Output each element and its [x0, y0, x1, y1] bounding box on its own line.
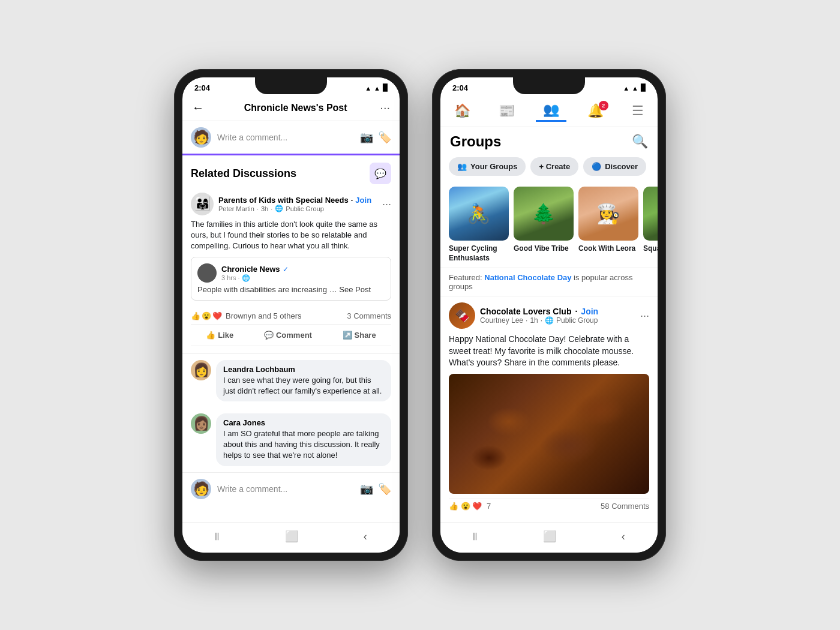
- nav-back-icon[interactable]: ‹: [364, 530, 367, 543]
- choc-time: 1h: [530, 316, 538, 325]
- featured-bar: Featured: National Chocolate Day is popu…: [440, 268, 658, 296]
- nav-home[interactable]: 🏠: [447, 101, 478, 121]
- nav-lines-icon[interactable]: ⦀: [215, 530, 220, 543]
- related-title: Related Discussions: [191, 167, 296, 180]
- quoted-post[interactable]: Chronicle News ✓ 3 hrs · 🌐 People with: [191, 257, 391, 301]
- nav-lines-icon-2[interactable]: ⦀: [473, 530, 478, 543]
- chocolate-post: 🍫 Chocolate Lovers Club · Join Courtney …: [440, 296, 658, 519]
- signal-icon-2: ▲: [632, 85, 638, 92]
- like-button[interactable]: 👍 Like: [199, 327, 241, 343]
- messenger-icon: 💬: [374, 168, 386, 179]
- bottom-sticker-icon[interactable]: 🏷️: [378, 482, 391, 496]
- groups-page-title: Groups: [450, 133, 501, 150]
- choc-post-more[interactable]: ···: [640, 310, 649, 322]
- quoted-avatar: [197, 263, 217, 283]
- join-link[interactable]: Join: [355, 196, 371, 205]
- reaction-emojis: 👍 😮 ❤️ Brownyn and 5 others: [191, 311, 301, 320]
- nav-home-icon-2[interactable]: ⬜: [543, 530, 556, 543]
- nav-bar-1: ⦀ ⬜ ‹: [182, 522, 400, 553]
- group-name[interactable]: Parents of Kids with Special Needs: [218, 196, 349, 205]
- cook-group-img: [578, 187, 638, 241]
- battery-icon: ▉: [383, 84, 388, 92]
- post-more-button[interactable]: ···: [382, 198, 391, 211]
- commenter-name-2: Cara Jones: [223, 418, 384, 427]
- choc-privacy: Public Group: [556, 316, 598, 325]
- post-author: Peter Martin: [218, 205, 254, 212]
- comment-button[interactable]: 💬 Comment: [257, 327, 319, 343]
- time-2: 2:04: [452, 83, 468, 92]
- bottom-input-icons: 📷 🏷️: [360, 482, 391, 496]
- quoted-time-row: 3 hrs · 🌐: [221, 274, 289, 282]
- pages-icon: 📰: [499, 103, 515, 119]
- nav-notifications[interactable]: 🔔 2: [580, 101, 611, 121]
- privacy-icon: 🌐: [275, 205, 283, 212]
- bottom-comment-input[interactable]: Write a comment...: [217, 484, 354, 494]
- featured-link[interactable]: National Chocolate Day: [484, 273, 571, 282]
- group-card-tribe[interactable]: Good Vibe Tribe: [514, 187, 574, 263]
- tab-your-groups[interactable]: 👥 Your Groups: [449, 157, 526, 176]
- choc-author: Courtney Lee: [480, 316, 523, 325]
- nav-home-icon[interactable]: ⬜: [285, 530, 298, 543]
- sticker-icon[interactable]: 🏷️: [378, 131, 391, 144]
- choc-post-header: 🍫 Chocolate Lovers Club · Join Courtney …: [449, 302, 649, 329]
- commenter-name-1: Leandra Lochbaum: [223, 365, 384, 374]
- reaction-count: Brownyn and 5 others: [226, 311, 301, 320]
- choc-group-name[interactable]: Chocolate Lovers Club: [480, 307, 571, 316]
- camera-icon[interactable]: 📷: [360, 131, 373, 144]
- choc-group-name-row: Chocolate Lovers Club · Join: [480, 307, 635, 316]
- share-button[interactable]: ↗️ Share: [335, 327, 383, 343]
- top-comment-input[interactable]: Write a comment...: [217, 133, 354, 142]
- phone-2: 2:04 ▲ ▲ ▉ 🏠 📰 👥 🔔 2 ☰: [432, 69, 666, 561]
- group-card-squash[interactable]: Squa... Garde...: [643, 187, 658, 263]
- nav-bar-2: ⦀ ⬜ ‹: [440, 522, 658, 553]
- squash-group-img: [643, 187, 658, 241]
- nav-menu[interactable]: ☰: [625, 101, 651, 121]
- comment-text-2: I am SO grateful that more people are ta…: [223, 428, 384, 461]
- signal-icon: ▲: [374, 85, 380, 92]
- choc-reaction-count: 7: [487, 502, 491, 511]
- choc-reactions-row: 👍 😮 ❤️ 7 58 Comments: [449, 499, 649, 513]
- more-button[interactable]: ···: [380, 101, 390, 115]
- comment-icon: 💬: [264, 331, 274, 340]
- group-post-item: 👨‍👩‍👧 Parents of Kids with Special Needs…: [191, 190, 391, 308]
- notification-badge: 2: [599, 101, 608, 110]
- commenter-avatar-2: 👩🏽: [191, 413, 211, 434]
- camera-notch: [255, 77, 327, 94]
- tribe-group-img: [514, 187, 574, 241]
- tab-create[interactable]: + Create: [530, 157, 578, 176]
- bottom-camera-icon[interactable]: 📷: [360, 482, 373, 496]
- tab-discover[interactable]: 🔵 Discover: [583, 157, 646, 176]
- groups-tabs: 👥 Your Groups + Create 🔵 Discover: [440, 154, 658, 182]
- comment-bubble-1: Leandra Lochbaum I can see what they wer…: [216, 360, 391, 401]
- group-name-row: Parents of Kids with Special Needs · Joi…: [218, 196, 377, 205]
- featured-prefix: Featured:: [449, 273, 482, 282]
- cycling-group-img: [449, 187, 509, 241]
- choc-heart: ❤️: [472, 502, 482, 511]
- back-button[interactable]: ←: [192, 101, 204, 115]
- choc-post-meta: Courtney Lee · 1h · 🌐 Public Group: [480, 316, 635, 325]
- choc-group-avatar: 🍫: [449, 302, 475, 329]
- post-time: 3h: [261, 205, 268, 212]
- quoted-name-row: Chronicle News ✓: [221, 263, 289, 274]
- action-row: 👍 Like 💬 Comment ↗️ Share: [191, 325, 391, 346]
- top-nav: 🏠 📰 👥 🔔 2 ☰: [440, 95, 658, 127]
- quoted-text: People with disabilities are increasing …: [197, 285, 385, 294]
- choc-join-link[interactable]: Join: [581, 307, 598, 316]
- group-card-cook[interactable]: Cook With Leora: [578, 187, 638, 263]
- bottom-comment-input-row: 🧑 Write a comment... 📷 🏷️: [182, 472, 400, 505]
- comments-count[interactable]: 3 Comments: [347, 311, 391, 320]
- quoted-privacy-icon: 🌐: [242, 274, 250, 281]
- choc-comments-count[interactable]: 58 Comments: [601, 502, 649, 511]
- your-groups-icon: 👥: [457, 162, 467, 171]
- choc-thumbs: 👍: [449, 502, 458, 511]
- group-card-cycling[interactable]: Super Cycling Enthusiasts: [449, 187, 509, 263]
- group-post-meta: 👨‍👩‍👧 Parents of Kids with Special Needs…: [191, 193, 391, 215]
- groups-search-button[interactable]: 🔍: [632, 134, 648, 149]
- choc-post-text: Happy National Chocolate Day! Celebrate …: [449, 334, 649, 369]
- chocolate-image: [449, 374, 649, 494]
- nav-groups[interactable]: 👥: [536, 100, 566, 122]
- comment-bubble-2: Cara Jones I am SO grateful that more pe…: [216, 413, 391, 466]
- nav-pages[interactable]: 📰: [491, 101, 522, 121]
- nav-back-icon-2[interactable]: ‹: [622, 530, 625, 543]
- commenter-avatar-1: 👩: [191, 360, 211, 380]
